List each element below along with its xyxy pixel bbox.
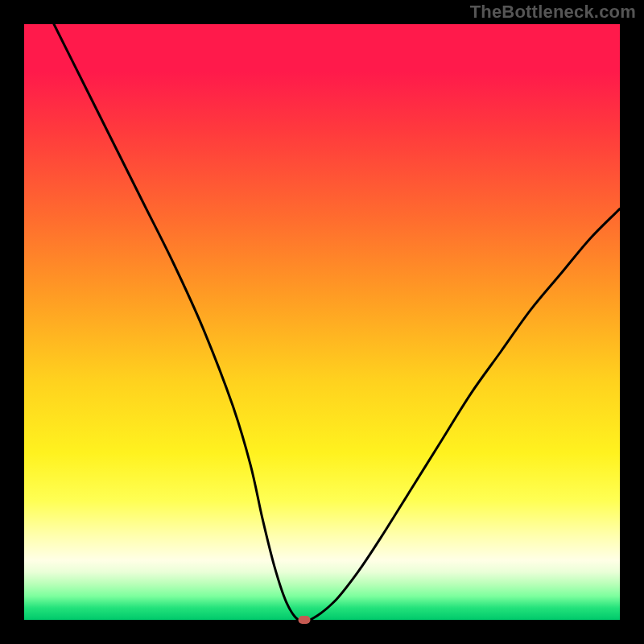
watermark-text: TheBottleneck.com <box>470 2 636 23</box>
chart-frame: TheBottleneck.com <box>0 0 644 644</box>
minimum-marker <box>298 616 310 624</box>
plot-area <box>24 24 620 620</box>
bottleneck-curve <box>24 24 620 620</box>
